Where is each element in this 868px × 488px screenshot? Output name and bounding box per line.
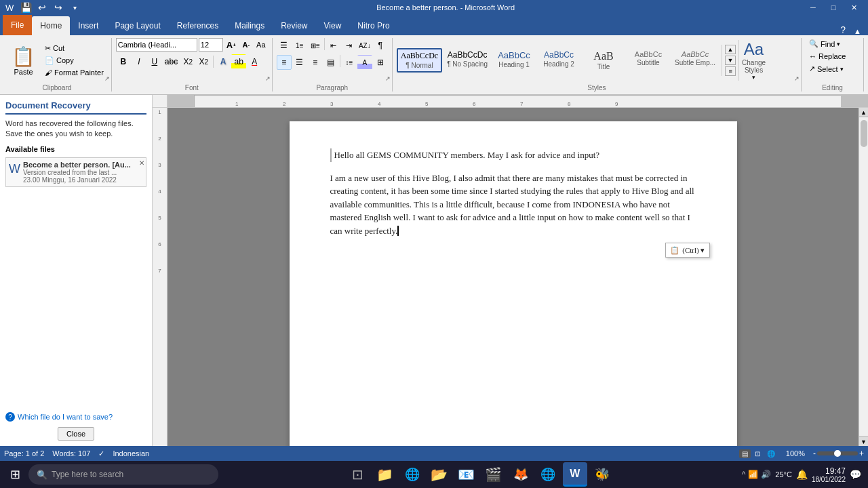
bold-button[interactable]: B: [116, 54, 131, 69]
tab-insert[interactable]: Insert: [70, 16, 106, 35]
network-icon[interactable]: 📶: [748, 470, 758, 479]
spell-check-icon[interactable]: ✓: [98, 449, 104, 458]
search-bar[interactable]: 🔍: [28, 464, 218, 485]
strikethrough-button[interactable]: abc: [163, 54, 180, 69]
minimize-button[interactable]: ─: [804, 1, 822, 14]
recovery-file-close-btn[interactable]: ✕: [139, 159, 144, 167]
undo-button[interactable]: ↩: [35, 1, 49, 14]
shading-button[interactable]: A: [357, 55, 372, 70]
style-no-spacing[interactable]: AaBbCcDc ¶ No Spacing: [443, 48, 491, 73]
ribbon-expand-icon[interactable]: ▲: [850, 27, 865, 35]
style-title[interactable]: AaB Title: [582, 48, 625, 73]
tab-file[interactable]: File: [3, 15, 32, 35]
styles-scroll-up[interactable]: ▲: [725, 45, 736, 54]
zoom-in-button[interactable]: +: [859, 449, 864, 458]
firefox-icon[interactable]: 🦊: [509, 462, 533, 487]
styles-expand[interactable]: ≡: [725, 66, 736, 76]
paste-popup[interactable]: 📋 (Ctrl) ▾: [665, 243, 709, 258]
tab-mailings[interactable]: Mailings: [226, 16, 273, 35]
up-arrow-icon[interactable]: ^: [742, 470, 746, 479]
font-expander[interactable]: ↗: [265, 75, 271, 82]
select-button[interactable]: ↗ Select ▾: [806, 63, 859, 75]
document-content[interactable]: Hello all GEMS COMMUNITY members. May I …: [330, 148, 696, 237]
justify-button[interactable]: ▤: [323, 55, 338, 70]
style-heading2[interactable]: AaBbCc Heading 2: [537, 48, 580, 73]
tab-review[interactable]: Review: [273, 16, 315, 35]
volume-icon[interactable]: 🔊: [761, 470, 771, 479]
scroll-down-button[interactable]: ▼: [859, 436, 869, 446]
subscript-button[interactable]: X2: [180, 54, 195, 69]
replace-button[interactable]: ↔ Replace: [806, 51, 859, 62]
cut-button[interactable]: ✂ Cut: [41, 43, 107, 54]
style-subtle-emphasis[interactable]: AaBbCc Subtle Emp...: [671, 48, 719, 73]
numbering-button[interactable]: 1≡: [292, 38, 307, 53]
format-painter-button[interactable]: 🖌 Format Painter: [41, 67, 107, 78]
font-grow-button[interactable]: A+: [224, 38, 238, 52]
styles-scroll-down[interactable]: ▼: [725, 56, 736, 65]
clipboard-expander[interactable]: ↗: [104, 75, 110, 82]
zoom-slider[interactable]: [817, 451, 858, 455]
start-button[interactable]: ⊞: [3, 462, 27, 487]
language-status[interactable]: Indonesian: [113, 449, 149, 458]
font-color-button[interactable]: A: [247, 54, 262, 69]
multilevel-button[interactable]: ⊞≡: [308, 38, 323, 53]
paragraph-expander[interactable]: ↗: [385, 75, 391, 82]
ribbon-help-icon[interactable]: ?: [836, 24, 850, 35]
style-normal[interactable]: AaBbCcDc ¶ Normal: [397, 48, 442, 73]
mail-icon[interactable]: 📧: [454, 462, 479, 487]
tab-home[interactable]: Home: [32, 16, 70, 35]
customize-quick-access-button[interactable]: ▾: [68, 1, 81, 14]
tab-view[interactable]: View: [316, 16, 350, 35]
decrease-indent-button[interactable]: ⇤: [326, 38, 341, 53]
align-left-button[interactable]: ≡: [277, 55, 292, 70]
change-styles-button[interactable]: Aa ChangeStyles ▾: [738, 40, 766, 81]
find-button[interactable]: 🔍 Find ▾: [806, 38, 859, 49]
maximize-button[interactable]: □: [825, 1, 842, 14]
style-heading1[interactable]: AaBbCc Heading 1: [492, 48, 536, 73]
increase-indent-button[interactable]: ⇥: [342, 38, 357, 53]
align-center-button[interactable]: ☰: [292, 55, 307, 70]
zoom-control[interactable]: - +: [813, 449, 864, 458]
hive-icon[interactable]: 🐝: [590, 462, 614, 487]
word-taskbar-icon[interactable]: W: [563, 462, 587, 487]
edge-icon[interactable]: 🌐: [400, 462, 425, 487]
borders-button[interactable]: ⊞: [373, 55, 388, 70]
document-area[interactable]: Hello all GEMS COMMUNITY members. May I …: [167, 108, 859, 446]
recovery-close-button[interactable]: Close: [58, 427, 94, 441]
folder-icon[interactable]: 📂: [427, 462, 452, 487]
font-shrink-button[interactable]: A-: [239, 38, 253, 52]
notification-icon[interactable]: 🔔: [796, 469, 808, 480]
print-layout-view[interactable]: ▤: [739, 449, 751, 458]
clear-format-button[interactable]: Aa: [254, 38, 268, 52]
highlight-button[interactable]: ab: [231, 54, 246, 69]
tab-nitro-pro[interactable]: Nitro Pro: [349, 16, 397, 35]
vertical-scrollbar[interactable]: ▲ ▼: [859, 108, 868, 446]
show-formatting-button[interactable]: ¶: [373, 38, 388, 53]
system-tray[interactable]: ^ 📶 🔊: [742, 470, 772, 479]
sort-button[interactable]: AZ↓: [357, 38, 372, 53]
underline-button[interactable]: U: [147, 54, 162, 69]
bullets-button[interactable]: ☰: [277, 38, 292, 53]
media-icon[interactable]: 🎬: [481, 462, 506, 487]
notification-center[interactable]: 💬: [850, 469, 861, 480]
clock[interactable]: 19:47 18/01/2022: [812, 466, 846, 483]
text-effects-button[interactable]: A: [216, 54, 231, 69]
scroll-up-button[interactable]: ▲: [859, 108, 869, 117]
align-right-button[interactable]: ≡: [308, 55, 323, 70]
zoom-out-button[interactable]: -: [813, 449, 816, 458]
tab-page-layout[interactable]: Page Layout: [106, 16, 168, 35]
italic-button[interactable]: I: [132, 54, 146, 69]
redo-button[interactable]: ↪: [52, 1, 65, 14]
tab-references[interactable]: References: [169, 16, 226, 35]
recovery-file-item[interactable]: W Become a better person. [Au... Version…: [5, 157, 146, 187]
recovery-help-link[interactable]: ? Which file do I want to save?: [5, 412, 146, 422]
style-subtitle[interactable]: AaBbCc Subtitle: [627, 48, 670, 73]
styles-expander[interactable]: ↗: [794, 75, 800, 82]
copy-button[interactable]: 📄 Copy: [41, 55, 107, 66]
chrome-icon[interactable]: 🌐: [536, 462, 560, 487]
line-spacing-button[interactable]: ↕≡: [342, 55, 357, 70]
scroll-thumb[interactable]: [861, 120, 867, 147]
superscript-button[interactable]: X2: [196, 54, 211, 69]
file-explorer-icon[interactable]: 📁: [373, 462, 397, 487]
task-view-button[interactable]: ⊡: [346, 462, 370, 487]
